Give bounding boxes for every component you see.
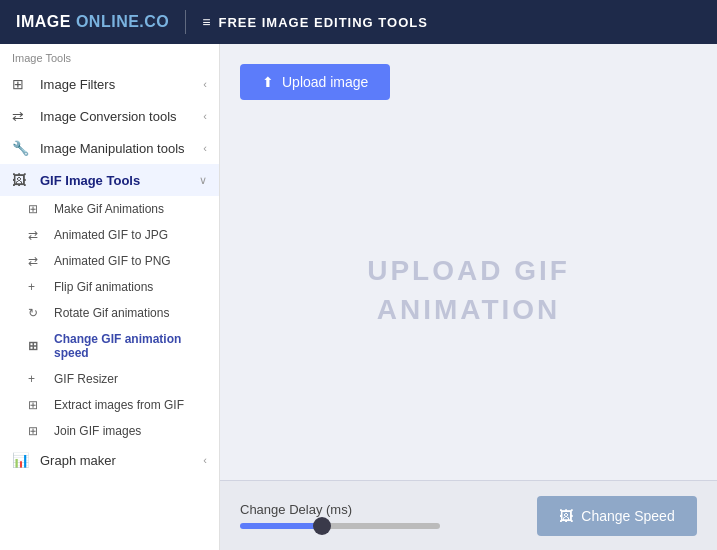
gif-to-jpg-icon: ⇄ — [28, 228, 46, 242]
gif-placeholder-line2: ANIMATION — [367, 290, 570, 329]
sidebar-item-graph-maker[interactable]: 📊 Graph maker ‹ — [0, 444, 219, 476]
rotate-gif-icon: ↻ — [28, 306, 46, 320]
join-gif-icon: ⊞ — [28, 424, 46, 438]
sub-item-label: Flip Gif animations — [54, 280, 153, 294]
make-gif-icon: ⊞ — [28, 202, 46, 216]
sub-item-label: Make Gif Animations — [54, 202, 164, 216]
extract-images-icon: ⊞ — [28, 398, 46, 412]
conversion-icon: ⇄ — [12, 108, 32, 124]
main-layout: Image Tools ⊞ Image Filters ‹ ⇄ Image Co… — [0, 44, 717, 550]
sidebar-item-label: Image Filters — [40, 77, 203, 92]
chevron-left-icon: ‹ — [203, 78, 207, 90]
sidebar-item-image-manipulation[interactable]: 🔧 Image Manipulation tools ‹ — [0, 132, 219, 164]
logo-image-text: IMAGE — [16, 13, 71, 30]
sidebar-sub-extract-images[interactable]: ⊞ Extract images from GIF — [0, 392, 219, 418]
logo-online-text: ONLINE.CO — [76, 13, 169, 30]
menu-icon[interactable]: ≡ — [202, 14, 210, 30]
upload-button[interactable]: ⬆ Upload image — [240, 64, 390, 100]
change-speed-icon: ⊞ — [28, 339, 46, 353]
sidebar-item-label: GIF Image Tools — [40, 173, 199, 188]
delay-control: Change Delay (ms) — [240, 502, 440, 529]
graph-maker-icon: 📊 — [12, 452, 32, 468]
sidebar-sub-gif-to-png[interactable]: ⇄ Animated GIF to PNG — [0, 248, 219, 274]
sidebar-sub-make-gif[interactable]: ⊞ Make Gif Animations — [0, 196, 219, 222]
sub-item-label: Extract images from GIF — [54, 398, 184, 412]
gif-placeholder-line1: UPLOAD GIF — [367, 251, 570, 290]
gif-placeholder-text: UPLOAD GIF ANIMATION — [367, 251, 570, 329]
sub-item-label: GIF Resizer — [54, 372, 118, 386]
delay-slider-wrap — [240, 523, 440, 529]
sub-item-label: Change GIF animation speed — [54, 332, 207, 360]
bottom-bar: Change Delay (ms) 🖼 Change Speed — [220, 480, 717, 550]
change-speed-btn-icon: 🖼 — [559, 508, 573, 524]
chevron-down-icon: ∨ — [199, 174, 207, 187]
sidebar: Image Tools ⊞ Image Filters ‹ ⇄ Image Co… — [0, 44, 220, 550]
header-divider — [185, 10, 186, 34]
sub-item-label: Join GIF images — [54, 424, 141, 438]
change-speed-button[interactable]: 🖼 Change Speed — [537, 496, 697, 536]
delay-label: Change Delay (ms) — [240, 502, 440, 517]
sidebar-item-image-conversion[interactable]: ⇄ Image Conversion tools ‹ — [0, 100, 219, 132]
upload-icon: ⬆ — [262, 74, 274, 90]
sidebar-sub-flip-gif[interactable]: + Flip Gif animations — [0, 274, 219, 300]
sidebar-item-label: Graph maker — [40, 453, 203, 468]
chevron-left-icon: ‹ — [203, 110, 207, 122]
sidebar-section-label: Image Tools — [0, 44, 219, 68]
chevron-left-icon: ‹ — [203, 454, 207, 466]
sidebar-item-label: Image Conversion tools — [40, 109, 203, 124]
sub-item-label: Animated GIF to JPG — [54, 228, 168, 242]
delay-slider[interactable] — [240, 523, 440, 529]
upload-button-label: Upload image — [282, 74, 368, 90]
sidebar-sub-gif-to-jpg[interactable]: ⇄ Animated GIF to JPG — [0, 222, 219, 248]
sidebar-sub-change-speed[interactable]: ⊞ Change GIF animation speed — [0, 326, 219, 366]
sidebar-sub-rotate-gif[interactable]: ↻ Rotate Gif animations — [0, 300, 219, 326]
chevron-left-icon: ‹ — [203, 142, 207, 154]
sidebar-sub-gif-resizer[interactable]: + GIF Resizer — [0, 366, 219, 392]
change-speed-btn-label: Change Speed — [581, 508, 674, 524]
content-area: ⬆ Upload image UPLOAD GIF ANIMATION Chan… — [220, 44, 717, 550]
sidebar-sub-join-gif[interactable]: ⊞ Join GIF images — [0, 418, 219, 444]
gif-placeholder: UPLOAD GIF ANIMATION — [240, 120, 697, 460]
gif-to-png-icon: ⇄ — [28, 254, 46, 268]
gif-resizer-icon: + — [28, 372, 46, 386]
manipulation-icon: 🔧 — [12, 140, 32, 156]
sub-item-label: Animated GIF to PNG — [54, 254, 171, 268]
upload-area: ⬆ Upload image UPLOAD GIF ANIMATION — [220, 44, 717, 480]
logo[interactable]: IMAGE ONLINE.CO — [16, 13, 169, 31]
sidebar-item-image-filters[interactable]: ⊞ Image Filters ‹ — [0, 68, 219, 100]
image-filters-icon: ⊞ — [12, 76, 32, 92]
sidebar-item-label: Image Manipulation tools — [40, 141, 203, 156]
sidebar-item-gif-tools[interactable]: 🖼 GIF Image Tools ∨ — [0, 164, 219, 196]
gif-tools-icon: 🖼 — [12, 172, 32, 188]
header: IMAGE ONLINE.CO ≡ FREE IMAGE EDITING TOO… — [0, 0, 717, 44]
flip-gif-icon: + — [28, 280, 46, 294]
header-title: FREE IMAGE EDITING TOOLS — [218, 15, 427, 30]
sub-item-label: Rotate Gif animations — [54, 306, 169, 320]
